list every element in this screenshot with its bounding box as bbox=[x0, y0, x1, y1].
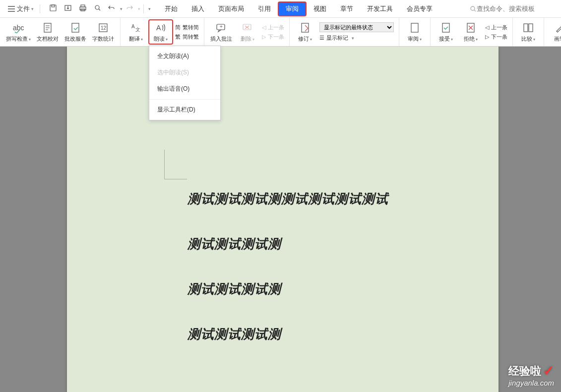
tab-reference[interactable]: 引用 bbox=[251, 2, 278, 15]
prev-label: 上一条 bbox=[268, 24, 284, 31]
prev-icon: ◁ bbox=[485, 24, 489, 31]
pen-button[interactable]: 画笔 bbox=[547, 20, 561, 44]
svg-point-7 bbox=[471, 6, 475, 10]
svg-rect-21 bbox=[442, 23, 449, 32]
tab-member[interactable]: 会员专享 bbox=[400, 2, 439, 15]
j2f-icon: 繁 bbox=[175, 33, 181, 41]
search-box[interactable] bbox=[470, 5, 556, 12]
insert-comment-button[interactable]: + 插入批注 bbox=[207, 20, 235, 44]
file-menu[interactable]: 文件 ▾ bbox=[5, 4, 37, 13]
text-line[interactable]: 测试测试测试测 bbox=[187, 235, 388, 253]
wordcount-button[interactable]: 12 字数统计 bbox=[89, 20, 117, 44]
file-label: 文件 bbox=[17, 4, 30, 13]
tab-view[interactable]: 视图 bbox=[307, 2, 333, 15]
read-button[interactable]: A 朗读 bbox=[148, 19, 173, 45]
divider bbox=[143, 4, 144, 13]
divider bbox=[40, 4, 40, 13]
save-icon[interactable] bbox=[49, 4, 57, 14]
revservice-button[interactable]: 批改服务 bbox=[62, 20, 89, 44]
revservice-icon bbox=[70, 21, 80, 34]
spellcheck-button[interactable]: abc 拼写检查 bbox=[3, 20, 34, 44]
revservice-label: 批改服务 bbox=[64, 35, 86, 43]
next-comment-button[interactable]: ▷下一条 bbox=[262, 33, 284, 41]
delete-icon bbox=[242, 21, 253, 34]
next-change-button[interactable]: ▷下一条 bbox=[485, 33, 507, 41]
prev-icon: ◁ bbox=[262, 24, 266, 31]
compare-button[interactable]: 比较 bbox=[516, 20, 541, 44]
chevron-down-icon: ▾ bbox=[31, 6, 34, 11]
accept-button[interactable]: 接受 bbox=[434, 20, 458, 44]
next-label: 下一条 bbox=[268, 33, 284, 41]
tab-review[interactable]: 审阅 bbox=[278, 1, 307, 16]
prev-label: 上一条 bbox=[491, 24, 507, 31]
translate-button[interactable]: A文 翻译 bbox=[124, 20, 148, 44]
prev-change-button[interactable]: ◁上一条 bbox=[485, 24, 507, 31]
margin-marker bbox=[164, 150, 187, 179]
svg-point-6 bbox=[95, 5, 99, 9]
doccheck-button[interactable]: 文档校对 bbox=[34, 20, 62, 44]
search-input[interactable] bbox=[477, 5, 556, 12]
next-label: 下一条 bbox=[491, 33, 507, 41]
track-icon bbox=[300, 21, 310, 34]
tab-start[interactable]: 开始 bbox=[158, 2, 185, 15]
f2j-button[interactable]: 简繁转简 bbox=[175, 24, 199, 31]
reject-button[interactable]: 拒绝 bbox=[458, 20, 483, 44]
tab-section[interactable]: 章节 bbox=[333, 2, 360, 15]
read-label: 朗读 bbox=[154, 35, 168, 43]
svg-rect-0 bbox=[50, 5, 56, 11]
wordcount-icon: 12 bbox=[98, 21, 108, 34]
output-icon[interactable] bbox=[64, 4, 72, 14]
document-area: 测试测试测试测测试测试测试测试 测试测试测试测 测试测试测试测 测试测试测试测 bbox=[0, 47, 561, 392]
doccheck-icon bbox=[43, 21, 53, 34]
text-line[interactable]: 测试测试测试测 bbox=[187, 280, 388, 298]
print-icon[interactable] bbox=[79, 4, 87, 14]
redo-icon[interactable] bbox=[125, 4, 133, 13]
show-marks-button[interactable]: ☰显示标记▾ bbox=[319, 34, 394, 42]
comment-icon: + bbox=[216, 21, 227, 34]
svg-text:A: A bbox=[156, 24, 161, 32]
watermark-site: jingyanla.com bbox=[508, 379, 554, 387]
svg-rect-20 bbox=[411, 23, 418, 32]
track-label: 修订 bbox=[298, 35, 312, 43]
tab-dev[interactable]: 开发工具 bbox=[360, 2, 400, 15]
prev-comment-button[interactable]: ◁上一条 bbox=[262, 24, 284, 31]
page-content[interactable]: 测试测试测试测测试测试测试测试 测试测试测试测 测试测试测试测 测试测试测试测 bbox=[187, 190, 388, 371]
f2j-label: 繁转简 bbox=[183, 24, 199, 31]
chevron-down-icon[interactable]: ▾ bbox=[120, 6, 123, 11]
search-icon bbox=[470, 5, 477, 12]
svg-rect-23 bbox=[524, 24, 528, 32]
review-button[interactable]: 审阅 bbox=[402, 20, 427, 44]
show-marks-icon: ☰ bbox=[319, 35, 324, 41]
tab-insert[interactable]: 插入 bbox=[185, 2, 211, 15]
tabs: 开始 插入 页面布局 引用 审阅 视图 章节 开发工具 会员专享 bbox=[158, 1, 439, 16]
f2j-icon: 简 bbox=[175, 24, 181, 31]
translate-label: 翻译 bbox=[129, 35, 143, 43]
delete-label: 删除 bbox=[241, 35, 254, 43]
doccheck-label: 文档校对 bbox=[37, 35, 59, 43]
menu-bar: 文件 ▾ ▾ ▾ ▾ 开始 插入 页面布局 引用 审阅 视图 章节 开发工具 会… bbox=[0, 0, 561, 18]
next-icon: ▷ bbox=[485, 34, 489, 40]
spellcheck-icon: abc bbox=[12, 21, 25, 34]
preview-icon[interactable] bbox=[94, 4, 102, 14]
track-button[interactable]: 修订 bbox=[293, 20, 317, 44]
undo-icon[interactable] bbox=[108, 4, 116, 13]
chevron-down-icon[interactable]: ▾ bbox=[148, 6, 151, 11]
watermark-title: 经验啦 bbox=[508, 364, 541, 379]
show-marks-label: 显示标记 bbox=[326, 34, 348, 42]
tab-layout[interactable]: 页面布局 bbox=[211, 2, 251, 15]
markup-select[interactable]: 显示标记的最终状态 bbox=[319, 22, 394, 32]
markup-combo[interactable]: 显示标记的最终状态 bbox=[319, 22, 394, 32]
insert-comment-label: 插入批注 bbox=[210, 35, 232, 43]
chevron-down-icon[interactable]: ▾ bbox=[138, 6, 140, 11]
menu-read-all[interactable]: 全文朗读(A) bbox=[149, 48, 220, 64]
svg-text:abc: abc bbox=[13, 24, 24, 32]
menu-show-toolbar[interactable]: 显示工具栏(D) bbox=[149, 102, 220, 118]
menu-output-voice[interactable]: 输出语音(O) bbox=[149, 81, 220, 97]
j2f-button[interactable]: 繁简转繁 bbox=[175, 33, 199, 41]
text-line[interactable]: 测试测试测试测测试测试测试测试 bbox=[187, 190, 388, 208]
wordcount-label: 字数统计 bbox=[92, 35, 114, 43]
text-line[interactable]: 测试测试测试测 bbox=[187, 326, 388, 343]
delete-button[interactable]: 删除 bbox=[235, 20, 260, 44]
ribbon: abc 拼写检查 文档校对 批改服务 12 字数统计 A文 翻译 A 朗读 简繁… bbox=[0, 18, 561, 47]
svg-text:A: A bbox=[131, 24, 135, 29]
